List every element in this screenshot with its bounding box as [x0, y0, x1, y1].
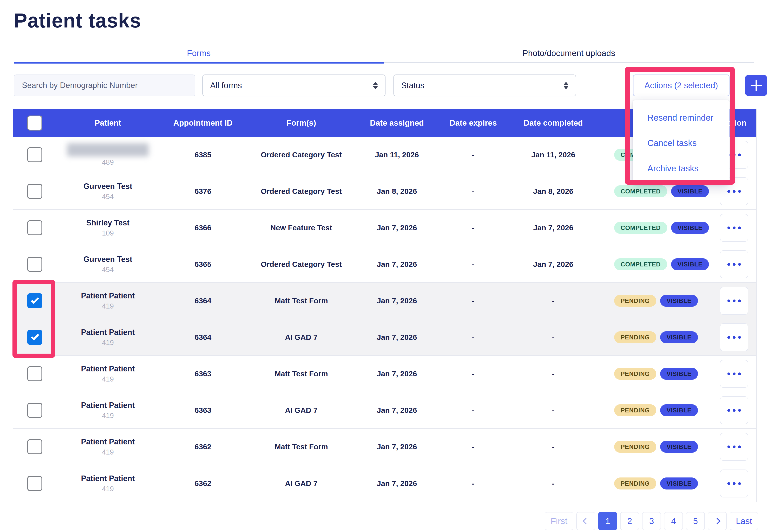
column-header-date-assigned: Date assigned: [356, 119, 438, 128]
search-input[interactable]: [14, 74, 195, 96]
date-assigned: Jan 8, 2026: [356, 187, 438, 196]
appointment-id: 6363: [159, 369, 247, 378]
date-completed: -: [509, 442, 598, 451]
visibility-badge: VISIBLE: [671, 258, 709, 270]
appointment-id: 6364: [159, 296, 247, 305]
pagination-prev-button[interactable]: [576, 512, 595, 530]
column-header-appointment-id: Appointment ID: [159, 119, 247, 128]
date-assigned: Jan 7, 2026: [356, 442, 438, 451]
menu-item-cancel-tasks[interactable]: Cancel tasks: [633, 130, 730, 156]
pagination-page-3[interactable]: 3: [642, 512, 661, 530]
tab-bar: Forms Photo/document uploads: [14, 49, 754, 63]
pagination-first-button[interactable]: First: [545, 512, 573, 530]
form-name: Matt Test Form: [247, 296, 356, 305]
row-checkbox[interactable]: [27, 147, 42, 162]
row-actions-button[interactable]: [720, 360, 748, 388]
column-header-forms: Form(s): [247, 119, 356, 128]
ellipsis-icon: [727, 482, 730, 485]
redacted-patient-name: [67, 143, 149, 157]
plus-icon: [751, 80, 762, 91]
row-checkbox[interactable]: [27, 257, 42, 272]
tab-forms[interactable]: Forms: [14, 49, 384, 62]
tab-photo-document-uploads-label: Photo/document uploads: [522, 49, 615, 58]
row-actions-button[interactable]: [720, 470, 748, 497]
status-badge: PENDING: [614, 368, 656, 380]
date-assigned: Jan 7, 2026: [356, 479, 438, 488]
date-expires: -: [438, 333, 509, 342]
status-badge: COMPLETED: [614, 222, 667, 234]
column-header-date-completed: Date completed: [509, 119, 598, 128]
tab-photo-document-uploads[interactable]: Photo/document uploads: [384, 49, 754, 62]
status-badge: COMPLETED: [614, 185, 667, 197]
row-actions-button[interactable]: [720, 433, 748, 461]
row-actions-button[interactable]: [720, 396, 748, 424]
row-checkbox[interactable]: [27, 220, 42, 235]
form-name: Matt Test Form: [247, 442, 356, 451]
visibility-badge: VISIBLE: [660, 368, 698, 380]
date-completed: -: [509, 369, 598, 378]
patient-id: 454: [102, 266, 114, 274]
row-actions-button[interactable]: [720, 323, 748, 351]
row-checkbox[interactable]: [27, 330, 42, 345]
forms-filter-select[interactable]: All forms: [203, 74, 386, 96]
row-actions-button[interactable]: [720, 287, 748, 315]
pagination-last-button[interactable]: Last: [730, 512, 758, 530]
date-expires: -: [438, 442, 509, 451]
status-filter-value: Status: [401, 81, 424, 90]
date-assigned: Jan 7, 2026: [356, 260, 438, 269]
ellipsis-icon: [727, 299, 730, 302]
status-filter-select[interactable]: Status: [393, 74, 576, 96]
patient-name: Patient Patient: [81, 328, 135, 337]
date-assigned: Jan 7, 2026: [356, 223, 438, 232]
table-row: Patient Patient 419 6362 AI GAD 7 Jan 7,…: [13, 465, 756, 502]
row-checkbox[interactable]: [27, 403, 42, 418]
pagination: First 1 2 3 4 5 Last: [545, 512, 758, 530]
visibility-badge: VISIBLE: [660, 477, 698, 489]
menu-item-archive-tasks[interactable]: Archive tasks: [633, 156, 730, 181]
status-badge: PENDING: [614, 331, 656, 343]
patient-name: Gurveen Test: [83, 182, 132, 191]
select-arrows-icon: [373, 82, 378, 89]
appointment-id: 6363: [159, 406, 247, 415]
chevron-left-icon: [583, 518, 589, 524]
date-expires: -: [438, 187, 509, 196]
pagination-next-button[interactable]: [708, 512, 727, 530]
row-checkbox[interactable]: [27, 476, 42, 491]
page-title: Patient tasks: [14, 9, 141, 32]
appointment-id: 6362: [159, 442, 247, 451]
ellipsis-icon: [727, 263, 730, 266]
visibility-badge: VISIBLE: [671, 185, 709, 197]
patient-name: Patient Patient: [81, 474, 135, 483]
pagination-page-2[interactable]: 2: [620, 512, 639, 530]
check-icon: [31, 296, 39, 304]
patient-name: Shirley Test: [86, 218, 129, 227]
row-checkbox[interactable]: [27, 184, 42, 199]
visibility-badge: VISIBLE: [660, 295, 698, 307]
appointment-id: 6364: [159, 333, 247, 342]
row-actions-button[interactable]: [720, 214, 748, 242]
menu-item-resend-reminder[interactable]: Resend reminder: [633, 105, 730, 130]
patient-tasks-page: Patient tasks Forms Photo/document uploa…: [0, 0, 768, 532]
patient-id: 454: [102, 193, 114, 201]
table-row: Patient Patient 419 6364 AI GAD 7 Jan 7,…: [13, 319, 756, 356]
status-badge: PENDING: [614, 441, 656, 453]
ellipsis-icon: [727, 372, 730, 375]
row-checkbox[interactable]: [27, 366, 42, 381]
date-expires: -: [438, 479, 509, 488]
select-all-checkbox[interactable]: [27, 116, 42, 131]
visibility-badge: VISIBLE: [660, 441, 698, 453]
row-actions-button[interactable]: [720, 250, 748, 278]
add-task-button[interactable]: [745, 75, 767, 96]
patient-id: 489: [102, 158, 114, 166]
row-checkbox[interactable]: [27, 439, 42, 454]
table-row: Gurveen Test 454 6365 Ordered Category T…: [13, 246, 756, 283]
date-expires: -: [438, 223, 509, 232]
chevron-right-icon: [714, 518, 721, 524]
pagination-page-5[interactable]: 5: [686, 512, 705, 530]
row-checkbox[interactable]: [27, 293, 42, 308]
table-row: Patient Patient 419 6364 Matt Test Form …: [13, 283, 756, 319]
pagination-page-1[interactable]: 1: [598, 512, 617, 530]
pagination-page-4[interactable]: 4: [664, 512, 683, 530]
actions-button[interactable]: Actions (2 selected): [633, 74, 730, 96]
appointment-id: 6366: [159, 223, 247, 232]
